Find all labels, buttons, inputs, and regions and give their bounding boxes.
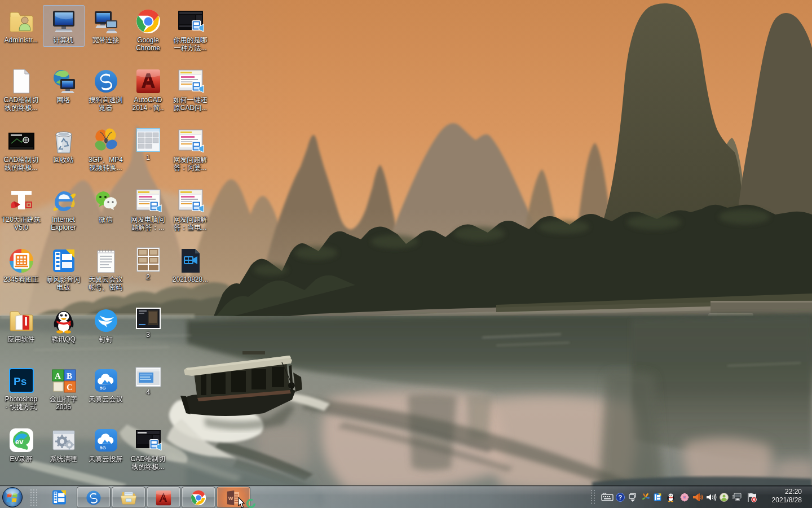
svg-text:Ps: Ps xyxy=(14,375,27,387)
svg-text:W: W xyxy=(228,496,233,501)
svg-text:?: ? xyxy=(619,494,623,501)
svg-text:B: B xyxy=(67,371,72,380)
svg-text:A: A xyxy=(55,371,61,380)
svg-text:C: C xyxy=(67,383,73,392)
svg-text:ev: ev xyxy=(15,437,24,446)
